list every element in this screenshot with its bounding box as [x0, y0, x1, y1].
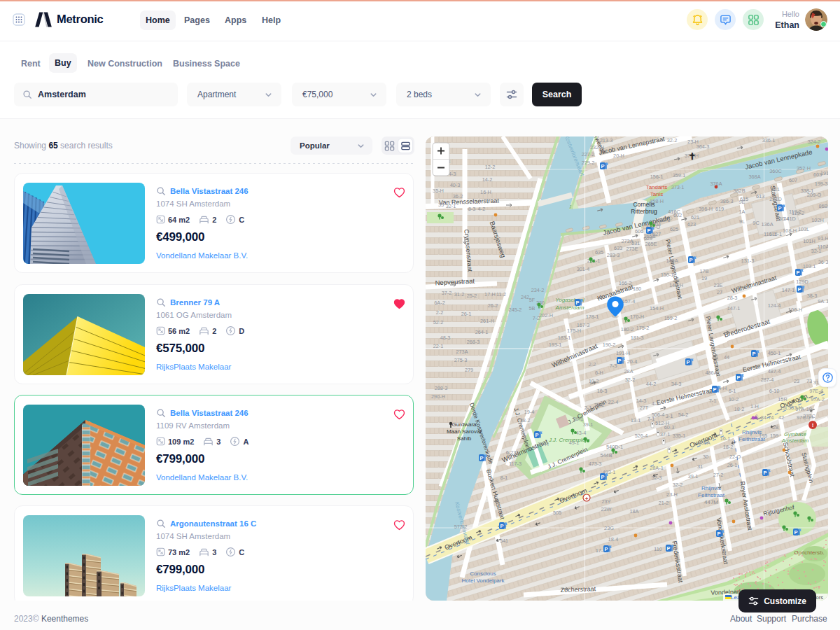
svg-text:P: P: [479, 455, 483, 461]
svg-text:18-2: 18-2: [734, 406, 745, 412]
svg-text:287-4: 287-4: [761, 377, 774, 383]
svg-text:22-4: 22-4: [608, 399, 619, 405]
svg-text:635: 635: [595, 249, 603, 255]
svg-text:245-2: 245-2: [509, 307, 522, 313]
svg-text:181-3: 181-3: [631, 335, 644, 341]
svg-text:19: 19: [701, 275, 707, 281]
svg-text:32-1: 32-1: [811, 248, 822, 254]
svg-text:P: P: [796, 270, 799, 276]
svg-text:199-3: 199-3: [815, 181, 828, 187]
svg-text:Gymbase: Gymbase: [784, 431, 806, 438]
svg-text:97E-4: 97E-4: [809, 388, 822, 394]
svg-text:8-1: 8-1: [500, 475, 508, 481]
svg-text:283-3: 283-3: [607, 252, 620, 258]
svg-text:6A-2: 6A-2: [434, 300, 444, 306]
svg-text:209-O: 209-O: [807, 192, 822, 198]
svg-text:Gurdwara: Gurdwara: [451, 421, 477, 428]
svg-text:324-2: 324-2: [808, 139, 821, 145]
svg-text:21-2: 21-2: [659, 500, 669, 506]
svg-text:15R: 15R: [778, 396, 787, 402]
svg-text:28: 28: [773, 424, 778, 430]
svg-text:97A-2: 97A-2: [811, 396, 824, 402]
svg-text:183-1: 183-1: [558, 335, 571, 341]
svg-text:7-1: 7-1: [709, 398, 717, 404]
svg-text:166-2: 166-2: [619, 280, 632, 286]
svg-text:4-2: 4-2: [478, 206, 486, 212]
svg-text:13-1: 13-1: [631, 417, 641, 424]
svg-text:227-2: 227-2: [582, 151, 595, 158]
svg-text:447M: 447M: [704, 499, 718, 505]
svg-text:60-3: 60-3: [664, 424, 675, 430]
svg-text:103-1: 103-1: [803, 263, 816, 270]
svg-text:49-1: 49-1: [569, 440, 580, 446]
svg-text:213-3: 213-3: [600, 137, 613, 144]
svg-text:131-3: 131-3: [741, 258, 755, 264]
svg-text:38-3: 38-3: [807, 293, 818, 299]
svg-text:P: P: [601, 474, 604, 480]
svg-text:27: 27: [717, 289, 722, 295]
svg-text:279: 279: [465, 367, 473, 373]
svg-text:43-4: 43-4: [576, 430, 587, 436]
svg-text:20-4: 20-4: [627, 358, 638, 365]
svg-text:86B: 86B: [819, 203, 828, 209]
svg-text:23G: 23G: [604, 525, 614, 531]
svg-text:14-3: 14-3: [636, 398, 647, 404]
svg-text:14-H: 14-H: [538, 441, 549, 447]
svg-text:544B: 544B: [600, 452, 612, 458]
svg-text:625: 625: [670, 226, 678, 232]
svg-text:22-1: 22-1: [433, 343, 444, 349]
svg-text:P: P: [666, 545, 670, 552]
svg-text:32-1: 32-1: [446, 203, 456, 209]
svg-text:P: P: [752, 351, 755, 357]
svg-text:91-H: 91-H: [818, 235, 828, 241]
svg-text:54-2: 54-2: [678, 412, 689, 418]
svg-text:9C: 9C: [752, 220, 759, 226]
svg-text:386-3: 386-3: [720, 198, 734, 204]
svg-text:606: 606: [635, 228, 643, 234]
svg-text:31: 31: [697, 463, 703, 470]
svg-text:44: 44: [724, 354, 729, 360]
svg-text:17B: 17B: [700, 268, 709, 274]
svg-text:P: P: [689, 257, 692, 263]
svg-text:36-2: 36-2: [453, 193, 463, 200]
svg-text:P: P: [763, 470, 766, 476]
svg-text:2-2: 2-2: [436, 309, 444, 316]
svg-text:352-H: 352-H: [797, 165, 811, 172]
svg-text:4-2: 4-2: [652, 400, 659, 407]
svg-text:486A: 486A: [698, 440, 710, 446]
svg-text:52-2: 52-2: [433, 319, 444, 326]
svg-text:9E: 9E: [739, 199, 746, 205]
svg-text:180: 180: [633, 286, 641, 292]
svg-text:Ritterbrug: Ritterbrug: [631, 208, 657, 215]
svg-text:P: P: [686, 359, 690, 365]
svg-text:22-O: 22-O: [729, 454, 741, 460]
svg-text:229-2: 229-2: [582, 160, 595, 166]
svg-text:221D: 221D: [769, 196, 781, 202]
svg-text:P: P: [617, 358, 621, 364]
svg-text:P: P: [713, 386, 716, 393]
svg-text:119-2: 119-2: [789, 209, 802, 215]
svg-text:1A: 1A: [739, 209, 746, 215]
svg-text:28A-1: 28A-1: [650, 465, 663, 471]
svg-text:2-2: 2-2: [589, 361, 596, 368]
svg-text:147-1: 147-1: [727, 305, 741, 312]
svg-text:39-1: 39-1: [688, 473, 699, 479]
svg-text:Conscious: Conscious: [470, 570, 496, 577]
svg-text:273E: 273E: [626, 246, 638, 252]
svg-text:359-1: 359-1: [673, 172, 686, 178]
svg-text:373-1: 373-1: [671, 184, 685, 190]
svg-text:42: 42: [778, 414, 784, 421]
svg-text:147-1: 147-1: [782, 287, 795, 293]
svg-text:6-1: 6-1: [729, 388, 736, 394]
svg-text:5F: 5F: [529, 297, 536, 303]
svg-text:193-1: 193-1: [549, 342, 562, 348]
svg-text:28-3: 28-3: [727, 295, 738, 301]
svg-text:26-1: 26-1: [461, 311, 472, 317]
svg-text:261-H: 261-H: [480, 318, 494, 324]
svg-text:301-4: 301-4: [577, 266, 590, 272]
svg-text:Feithstraat: Feithstraat: [698, 492, 725, 498]
svg-text:26-2: 26-2: [488, 302, 498, 309]
svg-text:12-2: 12-2: [485, 164, 496, 170]
svg-text:Tandarts: Tandarts: [646, 184, 668, 190]
svg-text:P: P: [575, 300, 579, 306]
